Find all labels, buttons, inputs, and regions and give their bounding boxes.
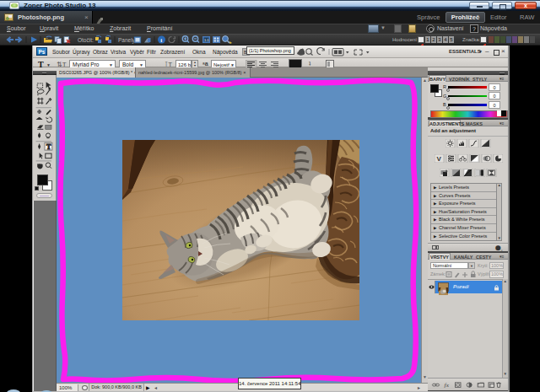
svg-text:V: V (437, 155, 442, 163)
svg-text:fx: fx (445, 382, 449, 387)
svg-text:i: i (160, 37, 162, 44)
svg-text:Otočit:: Otočit: (78, 37, 94, 43)
svg-text:T: T (46, 143, 51, 151)
svg-text:Panely:: Panely: (118, 37, 137, 44)
svg-text:1:1: 1:1 (204, 38, 209, 42)
